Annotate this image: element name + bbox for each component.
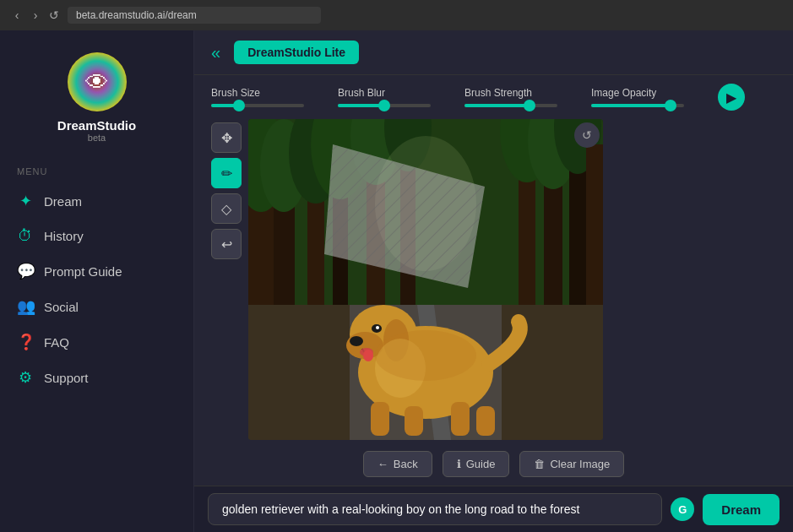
brush-strength-thumb[interactable] — [524, 100, 535, 111]
content-header: « DreamStudio Lite — [194, 30, 793, 75]
image-opacity-track[interactable] — [591, 104, 684, 107]
browser-bar: ‹ › ↺ beta.dreamstudio.ai/dream — [0, 0, 793, 30]
grammarly-icon: G — [671, 497, 694, 521]
canvas-svg — [248, 119, 603, 440]
action-buttons: ← Back ℹ Guide 🗑 Clear Image — [194, 442, 793, 486]
brush-blur-thumb[interactable] — [378, 100, 390, 111]
back-chevron-btn[interactable]: « — [211, 43, 220, 62]
tool-panel: ✥ ✏ ◇ ↩ — [211, 119, 242, 442]
move-tool-btn[interactable]: ✥ — [211, 122, 242, 153]
brush-strength-label: Brush Strength — [464, 87, 532, 99]
logo-area: 👁 DreamStudio beta — [0, 44, 193, 160]
opacity-action-btn[interactable]: ▶ — [718, 84, 745, 111]
image-opacity-fill — [591, 104, 671, 107]
content-area: « DreamStudio Lite Brush Size Brush Blur — [194, 30, 793, 532]
dream-button[interactable]: Dream — [703, 494, 779, 525]
brush-strength-fill — [464, 104, 530, 107]
sidebar-item-support[interactable]: ⚙ Support — [0, 360, 193, 395]
logo-name: DreamStudio — [57, 118, 136, 133]
prompt-input[interactable] — [208, 493, 662, 525]
svg-rect-44 — [476, 406, 495, 436]
svg-rect-20 — [586, 144, 603, 305]
guide-label: Guide — [466, 458, 496, 470]
svg-point-46 — [375, 330, 476, 381]
brush-strength-group: Brush Strength — [464, 87, 566, 107]
sidebar-item-faq[interactable]: ❓ FAQ — [0, 324, 193, 360]
logo-eye-icon: 👁 — [85, 68, 109, 96]
brush-size-group: Brush Size — [211, 87, 312, 107]
canvas-reset-btn[interactable]: ↺ — [574, 122, 600, 148]
guide-button[interactable]: ℹ Guide — [443, 451, 510, 477]
toolbar: Brush Size Brush Blur Brush Strength — [194, 75, 793, 119]
social-icon: 👥 — [17, 297, 34, 316]
brush-blur-label: Brush Blur — [338, 87, 385, 99]
browser-refresh-btn[interactable]: ↺ — [47, 8, 61, 22]
browser-back-btn[interactable]: ‹ — [10, 8, 24, 22]
back-icon: ← — [377, 458, 388, 470]
browser-forward-btn[interactable]: › — [29, 8, 42, 22]
svg-point-37 — [376, 326, 379, 329]
eraser-tool-btn[interactable]: ◇ — [211, 193, 242, 224]
sidebar-item-label-support: Support — [44, 371, 89, 385]
sidebar-item-label-history: History — [44, 229, 84, 243]
logo-beta: beta — [88, 133, 106, 143]
sidebar-item-prompt-guide[interactable]: 💬 Prompt Guide — [0, 253, 193, 289]
back-label: Back — [394, 458, 418, 470]
svg-point-39 — [363, 350, 373, 361]
browser-controls: ‹ › ↺ — [10, 8, 61, 22]
sidebar-item-dream[interactable]: ✦ Dream — [0, 183, 193, 219]
svg-rect-41 — [371, 402, 389, 436]
image-opacity-label: Image Opacity — [591, 87, 656, 99]
history-icon: ⏱ — [17, 227, 34, 245]
brush-blur-fill — [338, 104, 384, 107]
undo-btn[interactable]: ↩ — [211, 229, 242, 259]
sidebar-item-label-faq: FAQ — [44, 335, 69, 350]
brush-size-thumb[interactable] — [233, 100, 245, 111]
canvas-wrapper: ✥ ✏ ◇ ↩ — [194, 119, 793, 442]
sidebar-item-history[interactable]: ⏱ History — [0, 219, 193, 253]
brush-blur-group: Brush Blur — [338, 87, 439, 107]
image-opacity-group: Image Opacity — [591, 87, 693, 107]
clear-image-button[interactable]: 🗑 Clear Image — [519, 451, 624, 477]
brush-size-track[interactable] — [211, 104, 304, 107]
trash-icon: 🗑 — [534, 458, 545, 470]
back-button[interactable]: ← Back — [363, 451, 432, 477]
faq-icon: ❓ — [17, 333, 34, 351]
support-icon: ⚙ — [17, 368, 34, 387]
dream-icon: ✦ — [17, 192, 34, 210]
main-canvas[interactable]: ↺ optional: beta.dreamstudio.ai/dream — [248, 119, 603, 442]
sidebar-item-label-prompt-guide: Prompt Guide — [44, 264, 122, 279]
clear-label: Clear Image — [550, 458, 610, 470]
menu-label: MENU — [0, 160, 193, 183]
prompt-guide-icon: 💬 — [17, 262, 34, 280]
url-bar[interactable]: beta.dreamstudio.ai/dream — [68, 7, 321, 24]
app-container: 👁 DreamStudio beta MENU ✦ Dream ⏱ Histor… — [0, 30, 793, 532]
logo-circle: 👁 — [68, 52, 127, 111]
svg-rect-42 — [405, 406, 423, 436]
guide-icon: ℹ — [457, 458, 461, 470]
svg-rect-43 — [451, 402, 470, 436]
prompt-bar: G Dream — [194, 486, 793, 532]
brush-tool-btn[interactable]: ✏ — [211, 158, 242, 188]
sidebar: 👁 DreamStudio beta MENU ✦ Dream ⏱ Histor… — [0, 30, 194, 532]
sidebar-item-label-dream: Dream — [44, 194, 82, 209]
image-opacity-thumb[interactable] — [665, 100, 676, 111]
sidebar-item-social[interactable]: 👥 Social — [0, 289, 193, 324]
canvas-image[interactable]: ↺ — [248, 119, 603, 440]
studio-badge: DreamStudio Lite — [234, 41, 359, 64]
svg-rect-25 — [248, 305, 350, 440]
brush-size-label: Brush Size — [211, 87, 260, 99]
sidebar-item-label-social: Social — [44, 300, 79, 314]
brush-blur-track[interactable] — [338, 104, 431, 107]
brush-strength-track[interactable] — [464, 104, 557, 107]
svg-point-35 — [350, 336, 363, 346]
